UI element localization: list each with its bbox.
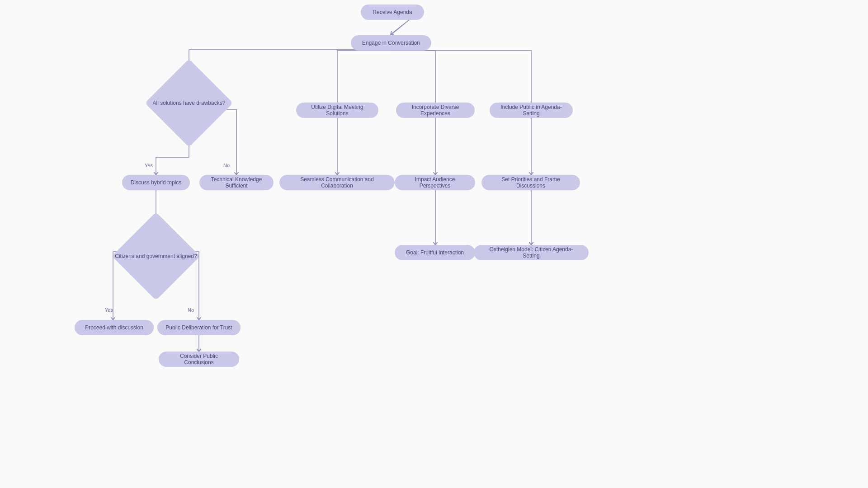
diamond2-wrapper: Citizens and government aligned? [97,220,215,292]
yes1-label: Yes [145,163,153,168]
proceed-node: Proceed with discussion [75,320,154,335]
include-public-node: Include Public in Agenda-Setting [490,103,573,118]
set-priorities-node: Set Priorities and Frame Discussions [481,175,580,190]
discuss-hybrid-node: Discuss hybrid topics [122,175,190,190]
utilize-digital-node: Utilize Digital Meeting Solutions [296,103,378,118]
impact-audience-node: Impact Audience Perspectives [395,175,475,190]
flowchart-canvas: Receive Agenda Engage in Conversation Al… [0,0,868,488]
no2-label: No [188,307,194,313]
seamless-comm-node: Seamless Communication and Collaboration [279,175,395,190]
diamond1-wrapper: All solutions have drawbacks? [130,67,248,139]
incorporate-diverse-node: Incorporate Diverse Experiences [396,103,475,118]
no1-label: No [223,163,230,168]
receive-agenda-node: Receive Agenda [361,5,424,20]
diamond2-label: Citizens and government aligned? [115,253,197,259]
svg-line-9 [391,20,409,34]
technical-knowledge-node: Technical Knowledge Sufficient [199,175,274,190]
public-delib-node: Public Deliberation for Trust [157,320,241,335]
diamond1-label: All solutions have drawbacks? [153,100,226,106]
svg-line-0 [391,20,409,35]
yes2-label: Yes [105,307,113,313]
consider-public-node: Consider Public Conclusions [159,352,239,367]
engage-conversation-node: Engage in Conversation [351,35,431,51]
goal-fruitful-node: Goal: Fruitful Interaction [395,245,475,260]
ostbelgien-node: Ostbelgien Model: Citizen Agenda-Setting [474,245,589,260]
